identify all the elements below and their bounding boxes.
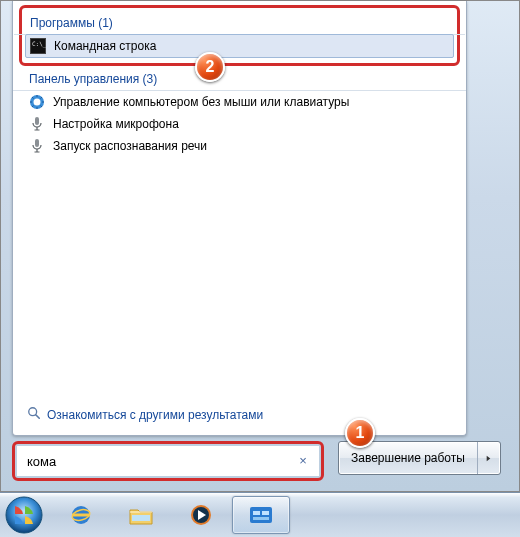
svg-rect-8	[132, 515, 150, 521]
svg-rect-3	[35, 139, 39, 147]
search-input[interactable]	[25, 453, 295, 470]
annotation-highlight-programs: Программы (1) Командная строка	[19, 5, 460, 66]
svg-rect-2	[35, 117, 39, 125]
section-header-control-panel: Панель управления (3)	[25, 70, 454, 90]
see-more-label: Ознакомиться с другими результатами	[47, 408, 263, 422]
taskbar-ie[interactable]	[52, 496, 110, 534]
annotation-highlight-search: ×	[12, 441, 324, 481]
taskbar	[0, 492, 520, 537]
svg-rect-14	[253, 517, 269, 520]
svg-point-5	[6, 497, 42, 533]
search-box[interactable]: ×	[17, 446, 319, 476]
result-label: Запуск распознавания речи	[53, 139, 207, 153]
shutdown-label: Завершение работы	[351, 451, 465, 465]
clear-search-button[interactable]: ×	[295, 453, 311, 469]
svg-rect-12	[253, 511, 260, 515]
result-ease-of-access[interactable]: Управление компьютером без мыши или клав…	[25, 91, 454, 113]
svg-point-1	[34, 99, 41, 106]
annotation-callout-2: 2	[195, 52, 225, 82]
section-header-programs: Программы (1)	[26, 14, 453, 34]
result-label: Командная строка	[54, 39, 156, 53]
result-command-prompt[interactable]: Командная строка	[25, 34, 454, 58]
microphone-icon	[29, 116, 45, 132]
search-icon	[27, 406, 41, 423]
ease-of-access-icon	[29, 94, 45, 110]
taskbar-media-player[interactable]	[172, 496, 230, 534]
taskbar-explorer[interactable]	[112, 496, 170, 534]
annotation-callout-1: 1	[345, 418, 375, 448]
shutdown-menu-arrow[interactable]	[478, 442, 500, 474]
svg-rect-13	[262, 511, 269, 515]
see-more-results[interactable]: Ознакомиться с другими результатами	[27, 406, 263, 423]
taskbar-active-app[interactable]	[232, 496, 290, 534]
result-label: Управление компьютером без мыши или клав…	[53, 95, 349, 109]
microphone-icon	[29, 138, 45, 154]
start-menu-window: Программы (1) Командная строка Панель уп…	[0, 0, 520, 492]
result-label: Настройка микрофона	[53, 117, 179, 131]
search-results-panel: Программы (1) Командная строка Панель уп…	[12, 1, 467, 436]
cmd-icon	[30, 38, 46, 54]
result-microphone-setup[interactable]: Настройка микрофона	[25, 113, 454, 135]
search-row: × Завершение работы	[12, 441, 501, 481]
start-button[interactable]	[4, 495, 44, 535]
result-speech-recognition[interactable]: Запуск распознавания речи	[25, 135, 454, 157]
